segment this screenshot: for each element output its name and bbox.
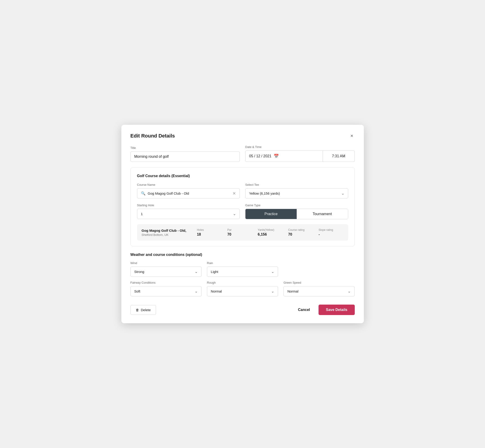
search-icon: 🔍 bbox=[141, 191, 146, 196]
stat-slope-rating: Slope rating - bbox=[313, 228, 344, 237]
title-input[interactable] bbox=[130, 151, 240, 162]
time-input[interactable]: 7:31 AM bbox=[323, 151, 355, 162]
course-info-row: Gog Magog Golf Club - Old, Shelford Bott… bbox=[137, 224, 348, 241]
holes-value: 18 bbox=[197, 232, 201, 237]
course-name-location: Gog Magog Golf Club - Old, Shelford Bott… bbox=[142, 229, 192, 237]
slope-rating-value: - bbox=[319, 232, 320, 237]
course-location: Shelford Bottom, UK bbox=[142, 233, 192, 237]
course-name-input[interactable] bbox=[148, 192, 230, 195]
slope-rating-label: Slope rating bbox=[319, 228, 333, 232]
par-value: 70 bbox=[227, 232, 231, 237]
chevron-down-icon-rough: ⌄ bbox=[271, 289, 274, 293]
clear-course-icon[interactable]: ✕ bbox=[233, 192, 236, 196]
stat-course-rating: Course rating 70 bbox=[283, 228, 313, 237]
title-field-group: Title bbox=[130, 146, 240, 162]
trash-icon: 🗑 bbox=[136, 308, 139, 312]
rain-label: Rain bbox=[207, 261, 278, 265]
tournament-button[interactable]: Tournament bbox=[297, 209, 348, 219]
green-speed-value: Normal bbox=[287, 289, 298, 293]
chevron-down-icon-wind: ⌄ bbox=[195, 270, 198, 274]
game-type-group: Game Type Practice Tournament bbox=[245, 203, 348, 219]
rain-group: Rain Light ⌄ bbox=[207, 261, 278, 277]
time-value: 7:31 AM bbox=[332, 154, 345, 158]
starting-hole-group: Starting Hole 1 ⌄ bbox=[137, 203, 240, 219]
close-button[interactable]: × bbox=[349, 133, 355, 139]
course-rating-value: 70 bbox=[288, 232, 292, 237]
game-type-label: Game Type bbox=[245, 203, 348, 207]
rough-label: Rough bbox=[207, 281, 278, 284]
date-value: 05 / 12 / 2021 bbox=[249, 154, 271, 158]
footer-right: Cancel Save Details bbox=[294, 304, 355, 315]
yards-label: Yards(Yellow) bbox=[258, 228, 274, 232]
hole-gametype-row: Starting Hole 1 ⌄ Game Type Practice Tou… bbox=[137, 203, 348, 219]
course-tee-row: Course Name 🔍 ✕ Select Tee Yellow (6,156… bbox=[137, 183, 348, 199]
starting-hole-label: Starting Hole bbox=[137, 203, 240, 207]
conditions-title: Weather and course conditions (optional) bbox=[130, 253, 355, 257]
title-label: Title bbox=[130, 146, 240, 150]
starting-hole-value: 1 bbox=[141, 212, 143, 216]
datetime-row: 05 / 12 / 2021 📅 7:31 AM bbox=[245, 151, 355, 162]
golf-course-title: Golf Course details (Essential) bbox=[137, 174, 348, 178]
delete-label: Delete bbox=[141, 308, 151, 312]
holes-label: Holes bbox=[197, 228, 204, 232]
course-rating-label: Course rating bbox=[288, 228, 304, 232]
starting-hole-dropdown[interactable]: 1 ⌄ bbox=[137, 209, 240, 219]
stat-par: Par 70 bbox=[222, 228, 252, 237]
select-tee-value: Yellow (6,156 yards) bbox=[249, 192, 280, 195]
wind-value: Strong bbox=[134, 270, 144, 274]
yards-value: 6,156 bbox=[258, 232, 267, 237]
chevron-down-icon: ⌄ bbox=[341, 191, 344, 196]
wind-label: Wind bbox=[130, 261, 202, 265]
fairway-dropdown[interactable]: Soft ⌄ bbox=[130, 286, 202, 296]
chevron-down-icon-rain: ⌄ bbox=[271, 270, 274, 274]
stat-yards: Yards(Yellow) 6,156 bbox=[252, 228, 283, 237]
top-row: Title Date & Time 05 / 12 / 2021 📅 7:31 … bbox=[130, 145, 355, 162]
golf-course-section: Golf Course details (Essential) Course N… bbox=[130, 167, 355, 246]
select-tee-group: Select Tee Yellow (6,156 yards) ⌄ bbox=[245, 183, 348, 199]
rain-value: Light bbox=[211, 270, 218, 274]
conditions-section: Weather and course conditions (optional)… bbox=[130, 253, 355, 296]
course-full-name: Gog Magog Golf Club - Old, bbox=[142, 229, 192, 232]
fairway-value: Soft bbox=[134, 289, 140, 293]
modal-title: Edit Round Details bbox=[130, 133, 175, 139]
course-name-input-wrap[interactable]: 🔍 ✕ bbox=[137, 188, 240, 199]
save-button[interactable]: Save Details bbox=[319, 304, 355, 315]
green-speed-group: Green Speed Normal ⌄ bbox=[283, 281, 355, 296]
footer-row: 🗑 Delete Cancel Save Details bbox=[130, 303, 355, 315]
game-type-toggle: Practice Tournament bbox=[245, 209, 348, 219]
course-name-label: Course Name bbox=[137, 183, 240, 186]
wind-group: Wind Strong ⌄ bbox=[130, 261, 202, 277]
rough-dropdown[interactable]: Normal ⌄ bbox=[207, 286, 278, 296]
green-speed-dropdown[interactable]: Normal ⌄ bbox=[283, 286, 355, 296]
par-label: Par bbox=[227, 228, 232, 232]
wind-dropdown[interactable]: Strong ⌄ bbox=[130, 267, 202, 277]
course-name-group: Course Name 🔍 ✕ bbox=[137, 183, 240, 199]
edit-round-modal: Edit Round Details × Title Date & Time 0… bbox=[121, 125, 364, 323]
fairway-group: Fairway Conditions Soft ⌄ bbox=[130, 281, 202, 296]
rain-dropdown[interactable]: Light ⌄ bbox=[207, 267, 278, 277]
stat-holes: Holes 18 bbox=[192, 228, 222, 237]
rough-group: Rough Normal ⌄ bbox=[207, 281, 278, 296]
chevron-down-icon-green: ⌄ bbox=[348, 289, 351, 293]
modal-header: Edit Round Details × bbox=[130, 133, 355, 139]
practice-button[interactable]: Practice bbox=[245, 209, 297, 219]
fairway-rough-green-row: Fairway Conditions Soft ⌄ Rough Normal ⌄… bbox=[130, 281, 355, 296]
select-tee-label: Select Tee bbox=[245, 183, 348, 186]
date-input[interactable]: 05 / 12 / 2021 📅 bbox=[245, 151, 323, 162]
green-speed-label: Green Speed bbox=[283, 281, 355, 284]
delete-button[interactable]: 🗑 Delete bbox=[130, 305, 156, 315]
cancel-button[interactable]: Cancel bbox=[294, 305, 314, 315]
datetime-label: Date & Time bbox=[245, 145, 355, 149]
chevron-down-icon-hole: ⌄ bbox=[233, 212, 236, 216]
rough-value: Normal bbox=[211, 289, 222, 293]
fairway-label: Fairway Conditions bbox=[130, 281, 202, 284]
calendar-icon: 📅 bbox=[274, 154, 279, 159]
datetime-field-group: Date & Time 05 / 12 / 2021 📅 7:31 AM bbox=[245, 145, 355, 162]
chevron-down-icon-fairway: ⌄ bbox=[195, 289, 198, 293]
select-tee-dropdown[interactable]: Yellow (6,156 yards) ⌄ bbox=[245, 188, 348, 199]
wind-rain-row: Wind Strong ⌄ Rain Light ⌄ bbox=[130, 261, 355, 277]
